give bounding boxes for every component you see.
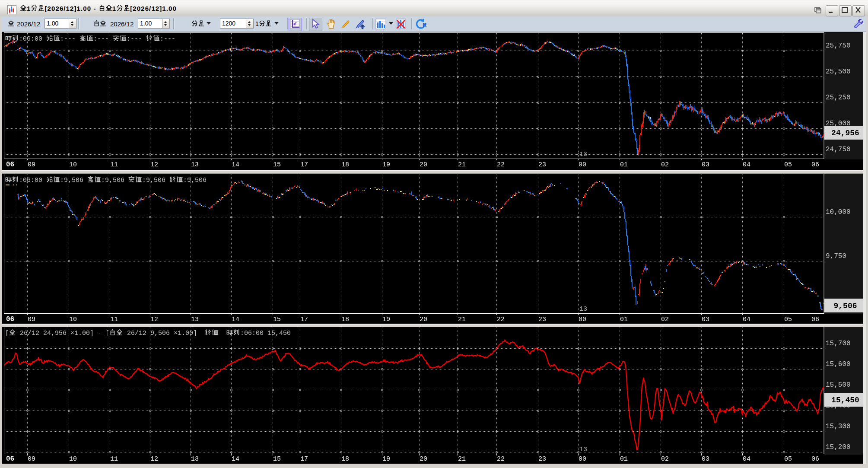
svg-text:R: R: [423, 22, 427, 28]
